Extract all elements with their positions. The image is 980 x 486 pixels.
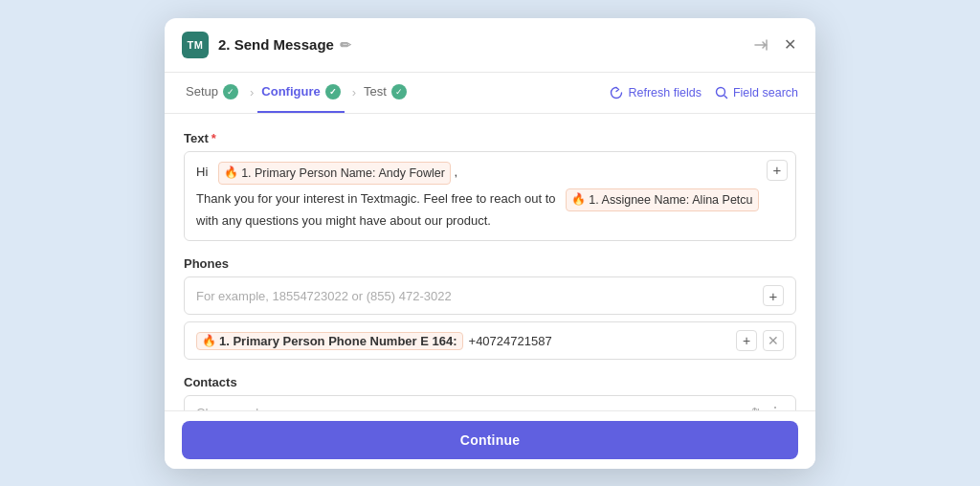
contacts-placeholder: Choose value...	[196, 406, 746, 409]
modal-title: 2. Send Message ✏	[218, 36, 351, 53]
logo-badge: TM	[182, 32, 209, 58]
chip1-label: 1. Primary Person Name:	[241, 164, 375, 183]
modal-body: Text * Hi 🔥 1. Primary Person Name: Andy…	[165, 114, 815, 410]
contacts-select-row[interactable]: Choose value... ⇅ ⋮	[184, 395, 796, 409]
tab-setup-label: Setup	[186, 84, 218, 99]
header-left: TM 2. Send Message ✏	[182, 32, 351, 58]
tabs-right: Refresh fields Field search	[610, 82, 798, 103]
chip-primary-name: 🔥 1. Primary Person Name: Andy Fowler	[218, 162, 451, 185]
field-search-button[interactable]: Field search	[715, 82, 798, 103]
edit-icon[interactable]: ✏	[340, 37, 351, 53]
modal-footer: Continue	[165, 410, 815, 469]
tab-configure-label: Configure	[261, 84, 320, 99]
tab-configure-check: ✓	[325, 84, 341, 99]
continue-button[interactable]: Continue	[182, 421, 798, 459]
tab-configure[interactable]: Configure ✓	[257, 73, 344, 113]
phones-input[interactable]	[196, 289, 763, 303]
phone-chip-row: 🔥 1. Primary Person Phone Number E 164: …	[184, 321, 796, 360]
phone-chip-value: +40724721587	[469, 334, 730, 348]
required-star: *	[212, 131, 216, 145]
text-line-1: Hi 🔥 1. Primary Person Name: Andy Fowler…	[196, 162, 784, 185]
tabs-left: Setup ✓ › Configure ✓ › Test ✓	[182, 73, 414, 113]
phone-chip-label: 1. Primary Person Phone Number E 164:	[219, 334, 457, 348]
send-message-modal: TM 2. Send Message ✏ ✕ Setup ✓ › Configu…	[165, 18, 815, 469]
text-area-add-button[interactable]: +	[767, 160, 788, 181]
contacts-arrows-icon[interactable]: ⇅	[751, 406, 762, 409]
phone-chip-icon: 🔥	[202, 334, 216, 347]
phones-input-row: +	[184, 276, 796, 315]
chip-assignee-name: 🔥 1. Assignee Name: Alina Petcu	[566, 188, 758, 211]
chevron-2: ›	[352, 85, 356, 99]
chip2-label: 1. Assignee Name:	[589, 190, 689, 210]
phone-chip-remove-button[interactable]: ✕	[763, 330, 784, 351]
chevron-1: ›	[250, 85, 254, 99]
text-line-2: Thank you for your interest in Textmagic…	[196, 188, 784, 232]
tab-test-check: ✓	[391, 84, 407, 99]
chip2-value: Alina Petcu	[692, 190, 752, 210]
tab-test-label: Test	[364, 84, 387, 99]
text-label: Text *	[184, 131, 796, 145]
text-area-box[interactable]: Hi 🔥 1. Primary Person Name: Andy Fowler…	[184, 151, 796, 242]
text-section: Text * Hi 🔥 1. Primary Person Name: Andy…	[184, 131, 796, 242]
phones-add-button[interactable]: +	[763, 285, 784, 306]
close-button[interactable]: ✕	[782, 33, 798, 55]
refresh-fields-label: Refresh fields	[628, 86, 701, 99]
contacts-section: Contacts Choose value... ⇅ ⋮	[184, 375, 796, 409]
phone-chip: 🔥 1. Primary Person Phone Number E 164:	[196, 332, 463, 350]
refresh-fields-button[interactable]: Refresh fields	[610, 82, 701, 103]
tab-setup-check: ✓	[223, 84, 238, 99]
header-right: ✕	[751, 33, 798, 55]
contacts-label: Contacts	[184, 375, 796, 389]
phones-section: Phones + 🔥 1. Primary Person Phone Numbe…	[184, 256, 796, 360]
chip1-value: Andy Fowler	[378, 164, 444, 183]
modal-header: TM 2. Send Message ✏ ✕	[165, 18, 815, 73]
tab-setup[interactable]: Setup ✓	[182, 73, 242, 113]
chip1-icon: 🔥	[224, 164, 238, 182]
expand-button[interactable]	[751, 35, 770, 55]
tab-test[interactable]: Test ✓	[360, 73, 411, 113]
field-search-label: Field search	[733, 86, 798, 99]
title-text: 2. Send Message	[218, 36, 334, 53]
contacts-more-icon[interactable]: ⋮	[768, 404, 784, 409]
chip2-icon: 🔥	[571, 190, 586, 209]
tabs-row: Setup ✓ › Configure ✓ › Test ✓ Refresh f…	[165, 73, 815, 114]
phone-chip-add-button[interactable]: +	[736, 330, 757, 351]
svg-point-0	[716, 87, 724, 96]
phones-label: Phones	[184, 256, 796, 271]
